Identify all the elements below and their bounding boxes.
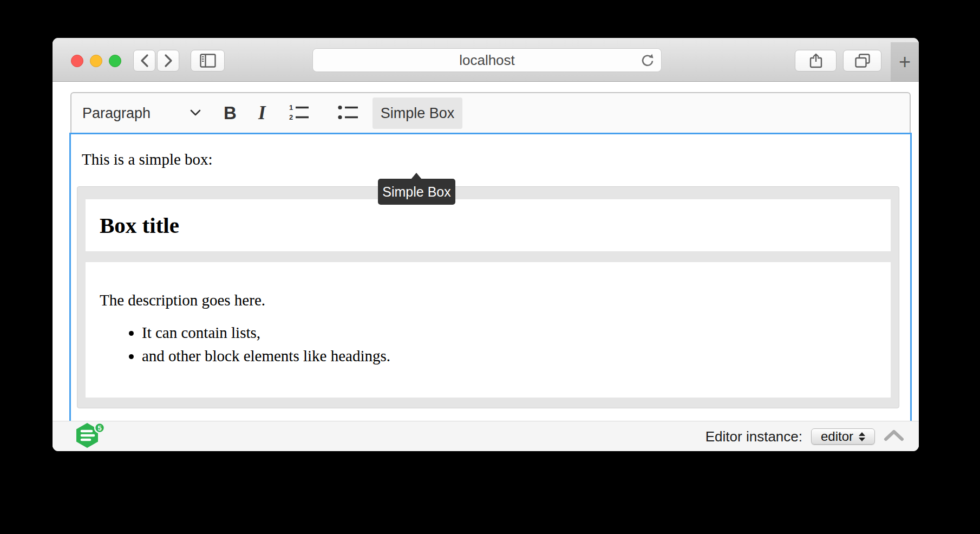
address-bar-url: localhost xyxy=(459,52,515,69)
list-item[interactable]: and other block elements like headings. xyxy=(142,346,877,366)
ckeditor-toolbar: Paragraph B I 1 2 xyxy=(70,92,911,133)
new-tab-button[interactable]: + xyxy=(891,42,919,81)
description-list: It can contain lists, and other block el… xyxy=(100,323,877,366)
expand-inspector-button[interactable] xyxy=(884,429,904,444)
svg-text:1: 1 xyxy=(289,103,293,112)
share-button[interactable] xyxy=(795,50,837,71)
close-window-button[interactable] xyxy=(71,55,83,67)
address-bar[interactable]: localhost xyxy=(312,48,662,72)
bulleted-list-icon xyxy=(337,103,360,121)
simple-box-title-area[interactable]: Box title xyxy=(86,199,891,251)
chevron-up-icon xyxy=(884,429,904,442)
box-title-heading[interactable]: Box title xyxy=(100,212,179,238)
list-item[interactable]: It can contain lists, xyxy=(142,323,877,343)
numbered-list-button[interactable]: 1 2 xyxy=(288,103,311,123)
ckeditor5-logo[interactable]: 5 xyxy=(73,422,109,451)
italic-button[interactable]: I xyxy=(258,102,266,124)
sidebar-toggle-button[interactable] xyxy=(191,50,225,71)
browser-toolbar: localhost xyxy=(53,38,919,82)
dropdown-chevron-icon[interactable] xyxy=(190,108,201,118)
plus-icon: + xyxy=(899,50,911,74)
description-paragraph[interactable]: The description goes here. xyxy=(100,291,877,309)
editor-instance-select[interactable]: editor xyxy=(811,428,875,445)
logo-badge: 5 xyxy=(97,424,101,432)
bold-button[interactable]: B xyxy=(224,103,237,123)
simple-box-widget[interactable]: Box title The description goes here. It … xyxy=(77,186,899,408)
simple-box-tooltip: Simple Box xyxy=(378,179,455,205)
editor-editable-area[interactable]: This is a simple box: Box title The desc… xyxy=(69,133,912,421)
share-icon xyxy=(809,53,823,69)
desktop-background: localhost xyxy=(0,0,980,534)
refresh-icon xyxy=(639,53,656,69)
tabs-overview-icon xyxy=(854,53,871,68)
ckeditor-inspector-bar: 5 Editor instance: editor xyxy=(53,421,919,451)
zoom-window-button[interactable] xyxy=(109,55,121,67)
selected-instance-value: editor xyxy=(821,429,853,444)
simple-box-button[interactable]: Simple Box xyxy=(373,97,462,129)
back-button[interactable] xyxy=(133,50,155,71)
svg-text:2: 2 xyxy=(289,113,293,121)
select-arrows-icon xyxy=(859,432,865,441)
show-all-tabs-button[interactable] xyxy=(843,50,881,71)
bulleted-list-button[interactable] xyxy=(337,103,360,123)
paragraph-style-dropdown[interactable]: Paragraph xyxy=(82,105,151,121)
refresh-button[interactable] xyxy=(639,53,656,73)
intro-paragraph[interactable]: This is a simple box: xyxy=(82,151,910,168)
chevron-left-icon xyxy=(140,54,149,68)
forward-button[interactable] xyxy=(157,50,179,71)
numbered-list-icon: 1 2 xyxy=(288,103,311,121)
web-page: Paragraph B I 1 2 xyxy=(53,82,919,421)
simple-box-description-area[interactable]: The description goes here. It can contai… xyxy=(86,262,891,398)
safari-window: localhost xyxy=(53,38,919,451)
minimize-window-button[interactable] xyxy=(90,55,102,67)
sidebar-icon xyxy=(200,54,216,68)
editor-instance-label: Editor instance: xyxy=(705,428,802,445)
chevron-right-icon xyxy=(164,54,173,68)
